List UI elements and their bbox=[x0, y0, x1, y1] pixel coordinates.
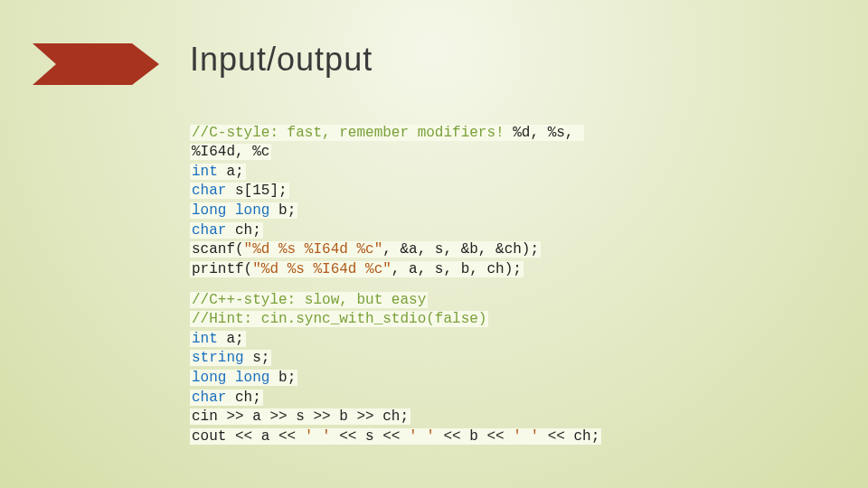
code-block-c-style: //C-style: fast, remember modifiers! %d,… bbox=[190, 104, 584, 279]
slide-arrow-icon bbox=[33, 43, 159, 85]
svg-marker-0 bbox=[33, 43, 159, 85]
slide-title: Input/output bbox=[190, 41, 373, 79]
code-block-cpp-style: //C++-style: slow, but easy //Hint: cin.… bbox=[190, 271, 601, 446]
